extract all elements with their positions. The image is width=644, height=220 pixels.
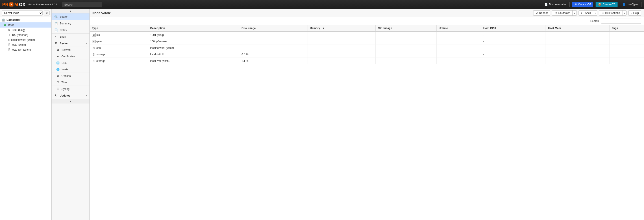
table-row[interactable]: 🖥 qemu 100 (pfsense) - [90,38,644,45]
table-row[interactable]: 🗄 storage local (witch) 6.4 % - [90,51,644,58]
shell-chevron-down-icon: ▾ [595,12,596,14]
documentation-button[interactable]: 📄 Documentation [542,2,570,7]
col-memory-usage[interactable]: Memory us... [308,25,376,31]
topbar: PR✕MOX Virtual Environment 8.0.3 📄 Docum… [0,0,644,9]
shutdown-dropdown[interactable]: ⏻ Shutdown ▾ [552,10,577,16]
nav-item-summary[interactable]: 📋 Summary [52,20,90,27]
content-search-input[interactable] [601,18,641,23]
cell-memory-usage [308,38,376,45]
cell-host-cpu: - [481,31,546,38]
cell-host-mem [546,31,610,38]
datacenter-label: Datacenter [6,18,20,21]
nav-item-hosts-label: Hosts [62,68,68,71]
sidebar-item-100-pfsense[interactable]: 🖥 100 (pfsense) [0,32,51,37]
cell-uptime [436,45,481,51]
user-icon: 👤 [622,3,626,6]
create-vm-icon: 🖥 [574,3,577,6]
shell-dropdown-arrow[interactable]: ▾ [593,11,597,15]
nav-item-shell[interactable]: >_ Shell [52,34,90,40]
nav-item-time[interactable]: ⏱ Time [52,79,90,86]
shutdown-dropdown-arrow[interactable]: ▾ [573,11,576,15]
sidebar-item-local-witch[interactable]: 🗄 local (witch) [0,42,51,47]
table-body: ▣ lxc 1001 (blog) - 🖥 qemu 100 (pfsense) [90,31,644,64]
sidebar-item-localnetwork[interactable]: ⊞ localnetwork (witch) [0,37,51,42]
vm-label: 100 (pfsense) [12,33,28,36]
nav-item-time-label: Time [62,81,67,84]
create-vm-button[interactable]: 🖥 Create VM [572,2,593,7]
server-view-select[interactable]: Server View [2,10,42,16]
nav-item-search[interactable]: 🔍 Search [52,13,90,20]
nav-item-updates[interactable]: ↻ Updates ▾ [52,92,90,99]
create-ct-button[interactable]: 📦 Create CT [596,2,617,7]
nav-panel: ▲ 🔍 Search 📋 Summary 📄 Notes >_ Shell ⚙ … [52,9,90,220]
col-tags-label: Tags [612,27,618,30]
help-button[interactable]: ? Help [628,10,641,16]
nav-item-network-label: Network [62,48,71,51]
content-area: Node 'witch' ↺ Reboot ⏻ Shutdown ▾ >_ Sh… [90,9,644,220]
cell-host-mem [546,51,610,58]
cell-type: ▣ lxc [90,31,148,38]
nav-item-syslog[interactable]: ☰ Syslog [52,86,90,92]
version-label: Virtual Environment 8.0.3 [28,3,57,6]
system-chevron-down-icon: ▾ [86,42,87,45]
table-header-row: Type ↑ Description Disk usage... Memory … [90,25,644,31]
nav-scroll-up-button[interactable]: ▲ [52,9,90,13]
user-menu-button[interactable]: 👤 root@pam [620,2,642,7]
cell-uptime [436,51,481,58]
cell-cpu-usage [376,38,436,45]
bulk-actions-button[interactable]: ☰ Bulk Actions [600,10,622,15]
col-disk-usage[interactable]: Disk usage... [239,25,308,31]
nav-item-dns-label: DNS [62,61,67,64]
shell-dropdown[interactable]: >_ Shell ▾ [578,10,597,16]
cell-description: 100 (pfsense) [148,38,239,45]
nav-item-hosts[interactable]: 🌐 Hosts [52,66,90,73]
time-icon: ⏱ [56,81,60,84]
logo-x-icon: ✕ [10,2,14,6]
cell-type: 🖥 qemu [90,38,148,45]
col-host-cpu[interactable]: Host CPU ... [481,25,546,31]
shutdown-button[interactable]: ⏻ Shutdown [552,10,573,15]
sidebar-item-witch[interactable]: 🖥 witch [0,22,51,27]
col-cpu-usage[interactable]: CPU usage [376,25,436,31]
gear-button[interactable]: ⚙ [44,10,50,15]
col-tags[interactable]: Tags [610,25,644,31]
search-input[interactable] [62,2,102,7]
cell-description: local (witch) [148,51,239,58]
type-label: qemu [96,40,103,43]
col-uptime[interactable]: Uptime [436,25,481,31]
sidebar-item-local-lvm-witch[interactable]: 🗄 local-lvm (witch) [0,47,51,52]
nav-item-dns[interactable]: 🌐 DNS [52,60,90,66]
bulk-actions-dropdown[interactable]: ☰ Bulk Actions ▾ [599,10,626,16]
node-title: Node 'witch' [92,11,532,15]
cell-host-cpu: - [481,45,546,51]
cell-description: localnetwork (witch) [148,45,239,51]
sidebar-item-1001-blog[interactable]: ▣ 1001 (blog) [0,27,51,32]
nav-item-options[interactable]: ⚙ Options [52,73,90,79]
col-host-mem[interactable]: Host Mem... [546,25,610,31]
search-nav-icon: 🔍 [54,15,58,18]
col-memory-label: Memory us... [310,27,326,30]
reboot-icon: ↺ [536,11,538,14]
node-label: witch [8,23,14,27]
table-row[interactable]: ▣ lxc 1001 (blog) - [90,31,644,38]
network-nav-icon: ⇄ [56,48,60,51]
table-row[interactable]: 🗄 storage local-lvm (witch) 1.1 % - [90,58,644,64]
col-description[interactable]: Description [148,25,239,31]
nav-scroll-down-button[interactable]: ▼ [52,99,90,103]
table-row[interactable]: ⊞ sdn localnetwork (witch) - [90,45,644,51]
nav-item-system[interactable]: ⚙ System ▾ [52,40,90,47]
nav-item-certificates[interactable]: ✱ Certificates [52,53,90,60]
nav-item-notes[interactable]: 📄 Notes [52,27,90,34]
nav-item-options-label: Options [62,74,71,77]
chevron-down-icon: ▾ [574,12,575,14]
cell-uptime [436,38,481,45]
shell-button[interactable]: >_ Shell [579,10,593,15]
reboot-button[interactable]: ↺ Reboot [533,10,550,16]
nav-item-network[interactable]: ⇄ Network [52,47,90,53]
cell-disk-usage: 1.1 % [239,58,308,64]
cell-disk-usage: 6.4 % [239,51,308,58]
col-description-label: Description [150,27,165,30]
bulk-actions-dropdown-arrow[interactable]: ▾ [622,11,626,15]
sidebar-item-datacenter[interactable]: 🏢 Datacenter [0,17,51,22]
col-type[interactable]: Type ↑ [90,25,148,31]
